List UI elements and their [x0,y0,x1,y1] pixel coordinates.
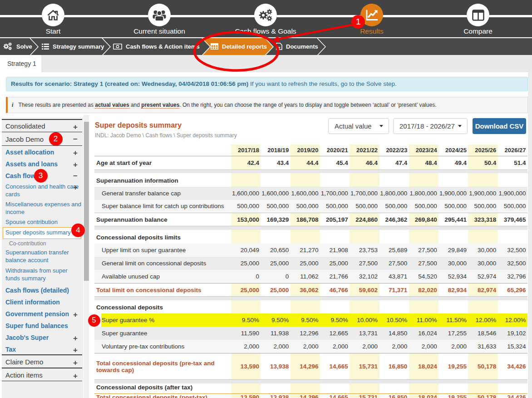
svg-text:w: w [277,45,281,50]
